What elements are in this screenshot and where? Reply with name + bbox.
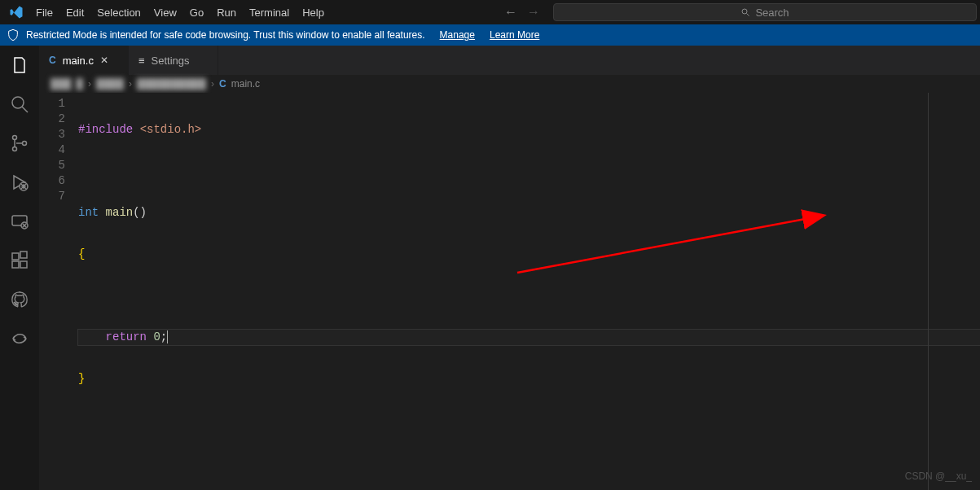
explorer-icon[interactable] (10, 55, 29, 75)
watermark: CSDN @__xu_ (905, 470, 972, 482)
svg-point-5 (13, 147, 17, 151)
menu-edit[interactable]: Edit (59, 3, 90, 22)
tab-main-c[interactable]: C main.c ✕ (39, 46, 129, 75)
tab-settings[interactable]: ≡ Settings (129, 46, 218, 75)
svg-rect-12 (12, 253, 19, 260)
menu-file[interactable]: File (29, 3, 59, 22)
vscode-icon (8, 4, 24, 20)
code-editor[interactable]: 123 456 7 #include <stdio.h> int main() … (39, 93, 980, 490)
tab-label: Settings (152, 55, 190, 67)
shield-icon (7, 28, 20, 42)
c-file-icon: C (219, 78, 226, 90)
nav-back-button[interactable]: ← (499, 5, 522, 20)
menu-go[interactable]: Go (183, 3, 210, 22)
restricted-msg: Restricted Mode is intended for safe cod… (26, 29, 425, 41)
settings-icon: ≡ (138, 55, 145, 67)
breadcrumb-blur: ██████████ (137, 78, 206, 90)
activity-bar (0, 46, 39, 490)
learn-more-link[interactable]: Learn More (490, 29, 539, 41)
svg-line-3 (22, 107, 28, 112)
run-debug-icon[interactable] (10, 173, 29, 192)
menu-bar: File Edit Selection View Go Run Terminal… (29, 3, 331, 22)
svg-line-1 (747, 14, 749, 16)
text-cursor (167, 330, 168, 343)
menu-view[interactable]: View (147, 3, 183, 22)
svg-point-4 (13, 136, 17, 140)
source-control-icon[interactable] (10, 133, 29, 153)
line-gutter: 123 456 7 (39, 93, 78, 490)
editor-tabs: C main.c ✕ ≡ Settings (39, 46, 980, 75)
svg-point-2 (12, 97, 24, 108)
svg-rect-14 (20, 261, 27, 268)
gitlens-icon[interactable] (10, 329, 29, 348)
svg-point-0 (742, 9, 747, 14)
code-body[interactable]: #include <stdio.h> int main() { return 0… (78, 93, 980, 490)
menu-terminal[interactable]: Terminal (243, 3, 296, 22)
search-placeholder: Search (755, 7, 789, 19)
menu-selection[interactable]: Selection (90, 3, 147, 22)
svg-point-6 (23, 142, 27, 146)
close-icon[interactable]: ✕ (100, 55, 108, 66)
breadcrumb[interactable]: ███ █ › ████ › ██████████ › C main.c (39, 75, 980, 93)
restricted-mode-banner: Restricted Mode is intended for safe cod… (0, 24, 980, 46)
tab-label: main.c (63, 55, 94, 67)
breadcrumb-blur: ████ (96, 78, 124, 90)
title-bar: File Edit Selection View Go Run Terminal… (0, 0, 980, 24)
svg-rect-15 (20, 252, 27, 258)
svg-rect-13 (12, 261, 19, 268)
editor-area: C main.c ✕ ≡ Settings ███ █ › ████ › ███… (39, 46, 980, 490)
command-center-search[interactable]: Search (553, 3, 977, 21)
c-file-icon: C (49, 55, 56, 66)
breadcrumb-file: main.c (231, 78, 260, 90)
github-icon[interactable] (10, 290, 29, 309)
search-icon (740, 7, 750, 17)
breadcrumb-blur: ███ (51, 78, 72, 90)
manage-link[interactable]: Manage (440, 29, 475, 41)
nav-forward-button[interactable]: → (522, 5, 545, 20)
breadcrumb-blur: █ (77, 78, 84, 90)
menu-help[interactable]: Help (296, 3, 331, 22)
remote-explorer-icon[interactable] (10, 212, 29, 231)
menu-run[interactable]: Run (210, 3, 243, 22)
extensions-icon[interactable] (10, 251, 29, 270)
search-sidebar-icon[interactable] (10, 94, 29, 114)
editor-ruler (928, 93, 929, 490)
